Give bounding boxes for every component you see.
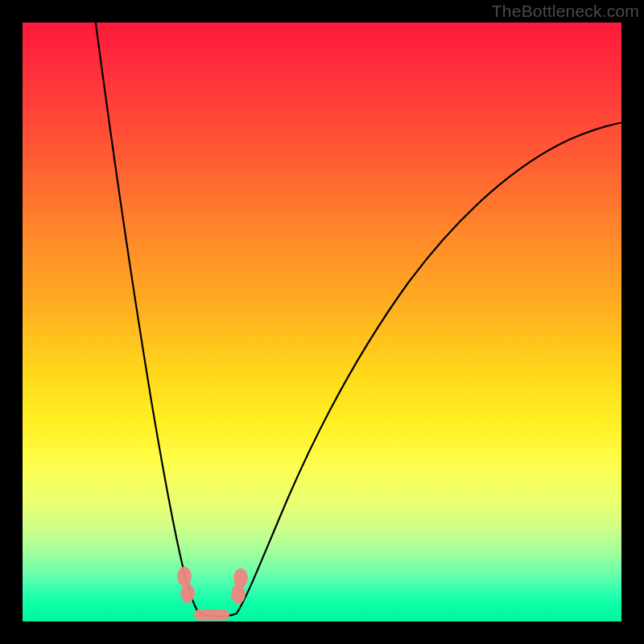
curve-right-branch <box>237 122 625 613</box>
marker-left-top <box>177 567 192 586</box>
marker-left-bot <box>180 584 195 603</box>
curve-left-branch <box>95 18 198 612</box>
marker-right-top <box>233 568 248 588</box>
marker-right-bot <box>231 584 246 604</box>
curve-layer <box>23 23 621 621</box>
outer-frame: TheBottleneck.com <box>0 0 644 644</box>
plot-area <box>23 23 621 621</box>
watermark-text: TheBottleneck.com <box>492 2 639 21</box>
marker-floor-cluster <box>194 609 229 621</box>
